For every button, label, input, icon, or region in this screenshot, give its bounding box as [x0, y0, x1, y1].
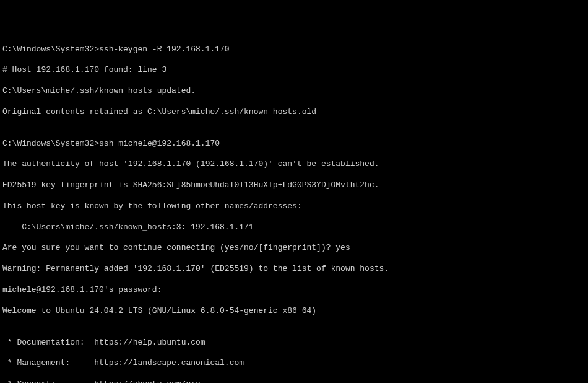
- terminal-line: Are you sure you want to continue connec…: [2, 243, 586, 253]
- terminal-line: * Management: https://landscape.canonica…: [2, 358, 586, 369]
- terminal-line: # Host 192.168.1.170 found: line 3: [2, 65, 586, 76]
- terminal-line: Warning: Permanently added '192.168.1.17…: [2, 264, 586, 275]
- terminal-line: The authenticity of host '192.168.1.170 …: [2, 159, 586, 170]
- terminal-line: ED25519 key fingerprint is SHA256:SFj85h…: [2, 180, 586, 191]
- terminal-line: * Support: https://ubuntu.com/pro: [2, 379, 586, 383]
- terminal-line: C:\Users\miche/.ssh/known_hosts:3: 192.1…: [2, 222, 586, 233]
- terminal-line: Original contents retained as C:\Users\m…: [2, 107, 586, 118]
- terminal-line: C:\Windows\System32>ssh-keygen -R 192.16…: [2, 45, 586, 55]
- terminal-line: Welcome to Ubuntu 24.04.2 LTS (GNU/Linux…: [2, 306, 586, 317]
- terminal-line: C:\Windows\System32>ssh michele@192.168.…: [2, 139, 586, 149]
- terminal-line: C:\Users\miche/.ssh/known_hosts updated.: [2, 86, 586, 97]
- terminal-line: This host key is known by the following …: [2, 201, 586, 212]
- terminal-line: * Documentation: https://help.ubuntu.com: [2, 338, 586, 348]
- terminal-line: michele@192.168.1.170's password:: [2, 285, 586, 296]
